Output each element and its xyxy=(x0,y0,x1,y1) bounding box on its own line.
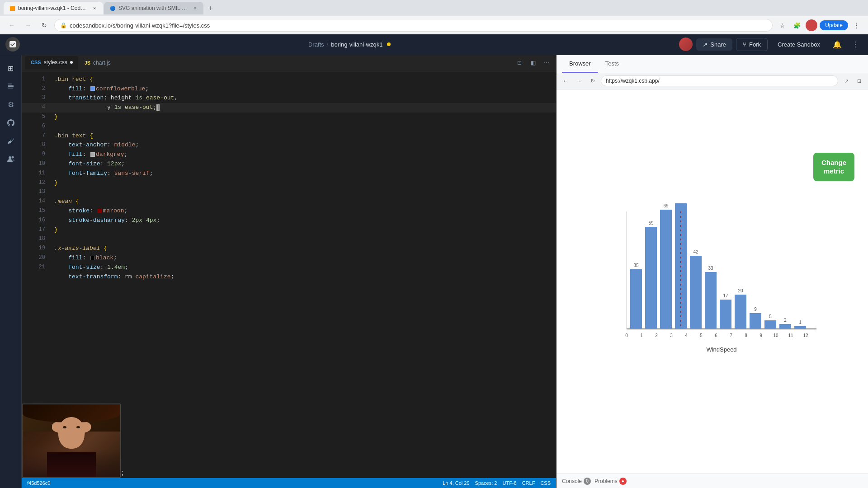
bar-3 xyxy=(660,210,672,329)
file-tab-styles[interactable]: CSS styles.css xyxy=(25,56,78,70)
browser-chrome: 🟧 boring-villani-wzqk1 - CodeSan... × 🔵 … xyxy=(0,0,868,34)
address-lock-icon: 🔒 xyxy=(60,22,67,28)
svg-text:17: 17 xyxy=(723,293,728,298)
profile-button[interactable] xyxy=(805,19,818,32)
left-sidebar: ⊞ ⚙ 🖌 xyxy=(0,55,22,488)
bar-9 xyxy=(750,313,761,329)
change-metric-button[interactable]: Changemetric xyxy=(813,153,854,181)
code-line-14: 14 .mean { xyxy=(22,197,556,206)
bar-2 xyxy=(645,227,657,329)
more-button[interactable]: ⋮ xyxy=(850,19,863,32)
create-sandbox-button[interactable]: Create Sandbox xyxy=(771,38,826,51)
reload-button[interactable]: ↻ xyxy=(38,19,51,32)
status-left: f45d526c0 xyxy=(27,480,50,486)
file-tabs: CSS styles.css JS chart.js ⊡ ◧ ⋯ xyxy=(22,55,556,71)
sidebar-icon-github[interactable] xyxy=(3,115,19,131)
code-line-5: 5 } xyxy=(22,113,556,122)
video-face xyxy=(23,404,120,477)
video-overlay xyxy=(22,404,121,478)
svg-text:33: 33 xyxy=(708,266,713,271)
new-tab-button[interactable]: + xyxy=(204,2,217,14)
sidebar-icon-files[interactable] xyxy=(3,79,19,95)
browser-url: https://wzqk1.csb.app/ xyxy=(606,78,660,84)
preview-button[interactable]: ◧ xyxy=(527,57,539,69)
browser-refresh-btn[interactable]: ↻ xyxy=(587,75,598,86)
split-view-button[interactable]: ⊡ xyxy=(514,57,525,69)
css-icon: CSS xyxy=(31,60,41,65)
svg-text:10: 10 xyxy=(773,333,778,338)
problems-tab[interactable]: Problems ● xyxy=(594,478,627,485)
address-bar[interactable]: 🔒 codesandbox.io/s/boring-villani-wzqk1?… xyxy=(54,19,773,32)
sidebar-icon-brush[interactable]: 🖌 xyxy=(3,133,19,149)
user-avatar[interactable] xyxy=(679,38,693,51)
fork-icon: ⑂ xyxy=(743,41,746,48)
tab-tests[interactable]: Tests xyxy=(598,55,626,73)
extensions-button[interactable]: 🧩 xyxy=(791,19,803,32)
code-line-4: 4 y 1s ease-out;| xyxy=(22,103,556,113)
sidebar-icon-home[interactable]: ⊞ xyxy=(3,61,19,77)
svg-text:WindSpeed: WindSpeed xyxy=(706,346,736,353)
right-panel: Browser Tests ← → ↻ https://wzqk1.csb.ap… xyxy=(556,55,868,488)
browser-back-btn[interactable]: ← xyxy=(560,75,571,86)
forward-button[interactable]: → xyxy=(22,19,34,32)
open-new-tab-btn[interactable]: ↗ xyxy=(841,75,852,86)
csb-breadcrumb: Drafts / boring-villani-wzqk1 xyxy=(24,41,675,48)
chart-filename: chart.js xyxy=(93,60,111,66)
svg-text:4: 4 xyxy=(685,333,688,338)
eol-indicator: CRLF xyxy=(522,480,535,486)
code-line-22: text-transform: rm capitalize; xyxy=(22,272,556,282)
browser-more-btn[interactable]: ⊡ xyxy=(854,75,864,86)
language-indicator[interactable]: CSS xyxy=(540,480,551,486)
browser-forward-btn[interactable]: → xyxy=(574,75,585,86)
console-tab[interactable]: Console 0 xyxy=(562,478,591,485)
back-button[interactable]: ← xyxy=(5,19,18,32)
tab-browser[interactable]: Browser xyxy=(562,55,598,73)
update-button[interactable]: Update xyxy=(820,20,848,30)
svg-text:3: 3 xyxy=(670,333,673,338)
share-button[interactable]: ↗ Share xyxy=(696,38,732,51)
breadcrumb-drafts[interactable]: Drafts xyxy=(308,41,324,48)
styles-filename: styles.css xyxy=(44,59,67,66)
code-line-2: 2 fill: cornflowerblue; xyxy=(22,84,556,94)
browser-address-bar[interactable]: https://wzqk1.csb.app/ xyxy=(601,75,838,86)
csb-header-actions: ↗ Share ⑂ Fork Create Sandbox 🔔 ⋮ xyxy=(679,37,863,52)
file-tab-chart[interactable]: JS chart.js xyxy=(79,56,116,70)
panel-tabs: Browser Tests xyxy=(557,55,868,73)
svg-rect-3 xyxy=(8,86,14,87)
tab-close-csb[interactable]: × xyxy=(91,5,98,12)
sidebar-icon-settings[interactable]: ⚙ xyxy=(3,97,19,113)
more-menu-button[interactable]: ⋮ xyxy=(848,37,863,52)
code-line-13: 13 xyxy=(22,188,556,197)
tab-close-svg[interactable]: × xyxy=(192,5,198,12)
notification-button[interactable]: 🔔 xyxy=(830,37,844,52)
tab-title-csb: boring-villani-wzqk1 - CodeSan... xyxy=(18,5,87,11)
bar-5 xyxy=(690,256,702,329)
svg-rect-2 xyxy=(8,85,14,86)
git-branch[interactable]: f45d526c0 xyxy=(27,480,50,486)
svg-text:11: 11 xyxy=(788,333,793,338)
main-content: ⊞ ⚙ 🖌 CSS styles.css xyxy=(0,55,868,488)
code-line-21: 21 font-size: 1.4em; xyxy=(22,263,556,272)
profile-avatar xyxy=(806,19,817,31)
svg-text:5: 5 xyxy=(769,314,772,319)
bar-11 xyxy=(779,324,791,329)
bookmark-button[interactable]: ☆ xyxy=(776,19,789,32)
breadcrumb-sandbox-name[interactable]: boring-villani-wzqk1 xyxy=(331,41,382,48)
sidebar-icon-users[interactable] xyxy=(3,151,19,167)
csb-logo[interactable] xyxy=(5,37,20,52)
more-options-button[interactable]: ⋯ xyxy=(541,57,552,69)
code-line-9: 9 fill: darkgrey; xyxy=(22,150,556,160)
svg-rect-0 xyxy=(9,41,16,47)
bar-8 xyxy=(735,295,746,329)
problems-label: Problems xyxy=(594,478,618,484)
tab-csb[interactable]: 🟧 boring-villani-wzqk1 - CodeSan... × xyxy=(4,2,103,14)
fork-button[interactable]: ⑂ Fork xyxy=(736,38,768,51)
breadcrumb-separator: / xyxy=(327,41,329,48)
code-line-18: 18 xyxy=(22,235,556,244)
tab-favicon-svg: 🔵 xyxy=(109,5,116,11)
console-count-badge: 0 xyxy=(584,478,591,485)
tab-svg[interactable]: 🔵 SVG animation with SMIL – SVG ... × xyxy=(104,2,203,14)
share-icon: ↗ xyxy=(703,41,708,48)
code-line-16: 16 stroke-dasharray: 2px 4px; xyxy=(22,216,556,225)
svg-text:42: 42 xyxy=(693,249,698,254)
